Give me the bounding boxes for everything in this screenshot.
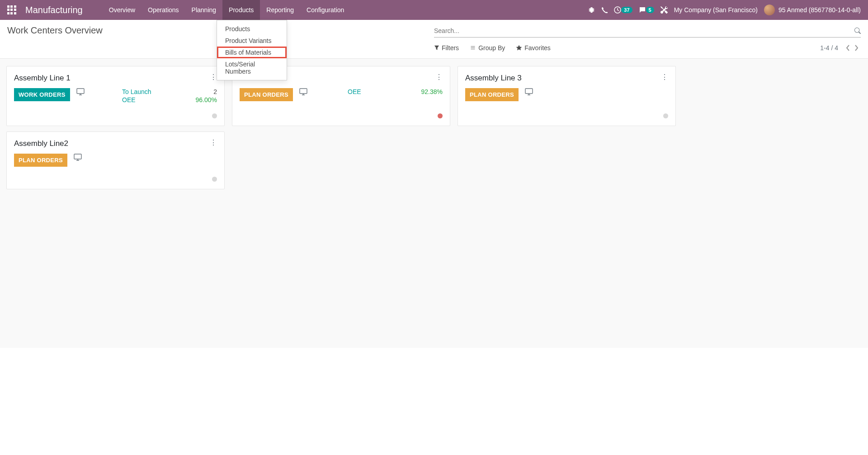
stat-value: 2: [213, 88, 217, 95]
workcenter-card[interactable]: Assembly Line 1 ⋮ WORK ORDERS To Launch …: [6, 66, 225, 126]
search-icon[interactable]: [854, 28, 861, 34]
nav-menu: Overview Operations Planning Products Re…: [103, 0, 351, 20]
monitor-icon[interactable]: [299, 88, 307, 95]
monitor-icon[interactable]: [74, 154, 82, 161]
status-dot[interactable]: [438, 113, 443, 118]
header-right: 37 5 My Company (San Francisco) 95 Anmed…: [588, 5, 861, 15]
card-menu-icon[interactable]: ⋮: [210, 74, 217, 81]
status-dot[interactable]: [663, 113, 668, 118]
nav-operations[interactable]: Operations: [142, 0, 185, 20]
dropdown-bills-of-materials[interactable]: Bills of Materials: [217, 47, 287, 58]
timer-badge[interactable]: 37: [614, 6, 632, 14]
chevron-right-icon: [854, 45, 859, 51]
chat-badge[interactable]: 5: [639, 6, 654, 14]
tools-icon[interactable]: [660, 6, 668, 14]
card-title: Assembly Line 3: [465, 74, 522, 83]
monitor-icon[interactable]: [525, 88, 533, 95]
dropdown-lots-serial[interactable]: Lots/Serial Numbers: [217, 58, 287, 77]
user-menu[interactable]: 95 Anmed (8567780-14-0-all): [764, 5, 861, 15]
plan-orders-button[interactable]: PLAN ORDERS: [240, 88, 293, 101]
monitor-icon[interactable]: [76, 88, 85, 95]
nav-products[interactable]: Products: [222, 0, 260, 20]
pager-next[interactable]: [853, 43, 861, 53]
list-icon: [470, 45, 476, 51]
svg-rect-2: [300, 89, 307, 94]
dropdown-products[interactable]: Products: [217, 23, 287, 35]
svg-rect-3: [525, 89, 533, 94]
search-row: [434, 25, 861, 38]
control-panel: Work Centers Overview Filters Group By F…: [0, 20, 868, 59]
search-input[interactable]: [434, 25, 854, 36]
stat-label[interactable]: To Launch: [122, 88, 151, 95]
status-dot[interactable]: [212, 177, 217, 182]
card-menu-icon[interactable]: ⋮: [435, 74, 443, 81]
stat-value: 92.38%: [421, 88, 443, 95]
phone-icon[interactable]: [601, 7, 608, 13]
company-selector[interactable]: My Company (San Francisco): [674, 6, 758, 14]
nav-reporting[interactable]: Reporting: [260, 0, 300, 20]
stat-value: 96.00%: [196, 96, 217, 103]
avatar: [764, 5, 775, 15]
filters-button[interactable]: Filters: [434, 44, 459, 52]
bug-icon[interactable]: [588, 7, 595, 14]
dropdown-product-variants[interactable]: Product Variants: [217, 35, 287, 47]
user-name: 95 Anmed (8567780-14-0-all): [778, 6, 861, 14]
apps-icon[interactable]: [7, 5, 16, 14]
plan-orders-button[interactable]: PLAN ORDERS: [14, 154, 67, 167]
timer-count: 37: [621, 7, 632, 13]
kanban-view: Assembly Line 1 ⋮ WORK ORDERS To Launch …: [0, 59, 868, 348]
star-icon: [516, 45, 522, 51]
nav-planning[interactable]: Planning: [185, 0, 223, 20]
chevron-left-icon: [845, 45, 850, 51]
plan-orders-button[interactable]: PLAN ORDERS: [465, 88, 519, 101]
funnel-icon: [434, 45, 439, 51]
workcenter-card[interactable]: Assembly Line 3 ⋮ PLAN ORDERS: [458, 66, 676, 126]
card-title: Assembly Line 1: [14, 74, 71, 83]
stat-label[interactable]: OEE: [122, 96, 136, 103]
status-dot[interactable]: [212, 113, 217, 118]
top-header: Manufacturing Overview Operations Planni…: [0, 0, 868, 20]
favorites-button[interactable]: Favorites: [516, 44, 551, 52]
stat-label[interactable]: OEE: [348, 88, 361, 95]
chat-count: 5: [646, 7, 654, 13]
pager-prev[interactable]: [844, 43, 852, 53]
card-menu-icon[interactable]: ⋮: [210, 139, 217, 146]
pager-text: 1-4 / 4: [820, 44, 838, 52]
svg-rect-4: [74, 154, 81, 159]
products-dropdown: Products Product Variants Bills of Mater…: [217, 20, 287, 80]
nav-configuration[interactable]: Configuration: [300, 0, 350, 20]
svg-rect-1: [77, 89, 84, 94]
card-title: Assembly Line2: [14, 139, 68, 148]
pager: 1-4 / 4: [820, 43, 861, 53]
filter-row: Filters Group By Favorites 1-4 / 4: [434, 43, 861, 53]
workcenter-card[interactable]: Assembly Line2 ⋮ PLAN ORDERS: [6, 131, 225, 189]
work-orders-button[interactable]: WORK ORDERS: [14, 88, 70, 101]
groupby-button[interactable]: Group By: [470, 44, 505, 52]
app-title[interactable]: Manufacturing: [25, 5, 83, 15]
card-menu-icon[interactable]: ⋮: [661, 74, 668, 81]
nav-overview[interactable]: Overview: [103, 0, 142, 20]
